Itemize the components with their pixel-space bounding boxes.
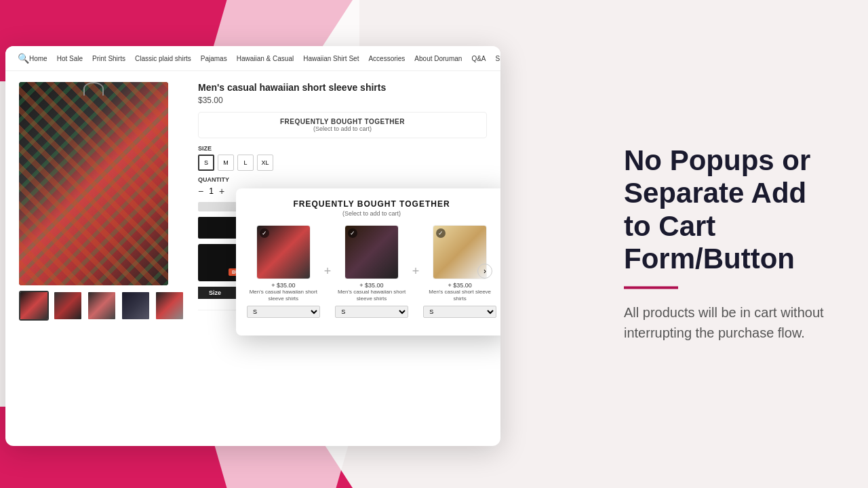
- shirt-visual: [19, 82, 168, 285]
- browser-window: 🔍 Home Hot Sale Print Shirts Classic pla…: [5, 46, 500, 446]
- quantity-value: 1: [209, 186, 214, 196]
- fbt-plus-2: +: [411, 264, 421, 279]
- size-xl[interactable]: XL: [257, 155, 273, 171]
- fbt-modal-subtitle: (Select to add to cart): [247, 210, 496, 217]
- nav-hawaiian-set[interactable]: Hawaiian Shirt Set: [303, 55, 359, 62]
- nav-classic-plaid[interactable]: Classic plaid shirts: [135, 55, 191, 62]
- thumbnail-4[interactable]: [121, 291, 151, 321]
- thumbnail-row: [19, 291, 187, 321]
- nav-home[interactable]: Home: [29, 55, 47, 62]
- fbt-product-price-3: + $35.00: [448, 282, 472, 289]
- size-chart-header-size: Size: [198, 287, 232, 299]
- fbt-checkbox-2[interactable]: ✓: [348, 228, 357, 238]
- navbar: 🔍 Home Hot Sale Print Shirts Classic pla…: [5, 46, 500, 71]
- quantity-label: QUANTITY: [198, 176, 487, 183]
- fbt-product-name-1: Men's casual hawaiian short sleeve shirt…: [247, 289, 320, 303]
- thumbnail-3[interactable]: [87, 291, 117, 321]
- thumbnail-1[interactable]: [19, 291, 49, 321]
- fbt-next-arrow[interactable]: ›: [477, 264, 492, 279]
- fbt-modal-title: FREQUENTLY BOUGHT TOGETHER: [247, 199, 496, 209]
- fbt-size-select-1[interactable]: SMLXL: [247, 306, 320, 318]
- thumbnail-5[interactable]: [155, 291, 184, 321]
- subtext: All products will be in cart without int…: [624, 303, 827, 344]
- nav-links: Home Hot Sale Print Shirts Classic plaid…: [29, 55, 500, 62]
- quantity-increase[interactable]: +: [219, 186, 224, 197]
- product-title: Men's casual hawaiian short sleeve shirt…: [198, 82, 487, 93]
- fbt-product-name-3: Men's casual short sleeve shirts: [423, 289, 496, 303]
- nav-shipping[interactable]: Shipping Policy: [496, 55, 500, 62]
- fbt-products-row: ✓ + $35.00 Men's casual hawaiian short s…: [247, 225, 496, 318]
- right-section: No Popups or Separate Add to Cart Form/B…: [583, 117, 868, 370]
- thumbnail-2[interactable]: [53, 291, 83, 321]
- size-l[interactable]: L: [237, 155, 254, 171]
- fbt-size-select-3[interactable]: SMLXL: [423, 306, 496, 318]
- fbt-product-price-1: + $35.00: [271, 282, 295, 289]
- fbt-checkbox-3[interactable]: ✓: [436, 228, 446, 238]
- fbt-inline-subtitle: (Select to add to cart): [205, 125, 479, 132]
- fbt-size-select-2[interactable]: SMLXL: [335, 306, 408, 318]
- search-icon[interactable]: 🔍: [18, 53, 29, 64]
- nav-accessories[interactable]: Accessories: [368, 55, 405, 62]
- nav-hot-sale[interactable]: Hot Sale: [57, 55, 83, 62]
- fbt-product-img-1: ✓: [256, 225, 311, 279]
- thumb-img-1: [20, 292, 47, 319]
- size-chart-size-cell: [198, 299, 232, 310]
- thumb-img-2: [54, 292, 81, 319]
- thumb-img-4: [122, 292, 149, 319]
- size-s[interactable]: S: [198, 155, 214, 171]
- fbt-inline-title: FREQUENTLY BOUGHT TOGETHER: [205, 118, 479, 125]
- fbt-modal: FREQUENTLY BOUGHT TOGETHER (Select to ad…: [236, 188, 500, 336]
- headline: No Popups or Separate Add to Cart Form/B…: [624, 144, 827, 275]
- size-m[interactable]: M: [218, 155, 234, 171]
- nav-pajamas[interactable]: Pajamas: [201, 55, 227, 62]
- quantity-decrease[interactable]: −: [198, 186, 203, 197]
- size-label: SIZE: [198, 145, 487, 152]
- nav-qa[interactable]: Q&A: [471, 55, 486, 62]
- accent-line: [624, 287, 678, 289]
- thumb-img-5: [156, 292, 183, 319]
- nav-hawaiian-casual[interactable]: Hawaiian & Casual: [237, 55, 294, 62]
- hanger-icon: [83, 82, 104, 96]
- fbt-product-price-2: + $35.00: [359, 282, 383, 289]
- fbt-plus-1: +: [323, 264, 333, 279]
- nav-print-shirts[interactable]: Print Shirts: [92, 55, 125, 62]
- fbt-product-name-2: Men's casual hawaiian short sleeve shirt…: [335, 289, 408, 303]
- size-options: S M L XL: [198, 155, 487, 171]
- nav-about[interactable]: About Doruman: [414, 55, 462, 62]
- fbt-inline-banner: FREQUENTLY BOUGHT TOGETHER (Select to ad…: [198, 112, 487, 138]
- thumb-img-3: [88, 292, 115, 319]
- product-price: $35.00: [198, 96, 487, 105]
- fbt-product-1: ✓ + $35.00 Men's casual hawaiian short s…: [247, 225, 320, 318]
- fbt-checkbox-1[interactable]: ✓: [260, 228, 269, 238]
- product-images: [19, 82, 187, 426]
- fbt-product-img-2: ✓: [344, 225, 399, 279]
- fbt-product-2: ✓ + $35.00 Men's casual hawaiian short s…: [335, 225, 408, 318]
- main-product-image: [19, 82, 168, 285]
